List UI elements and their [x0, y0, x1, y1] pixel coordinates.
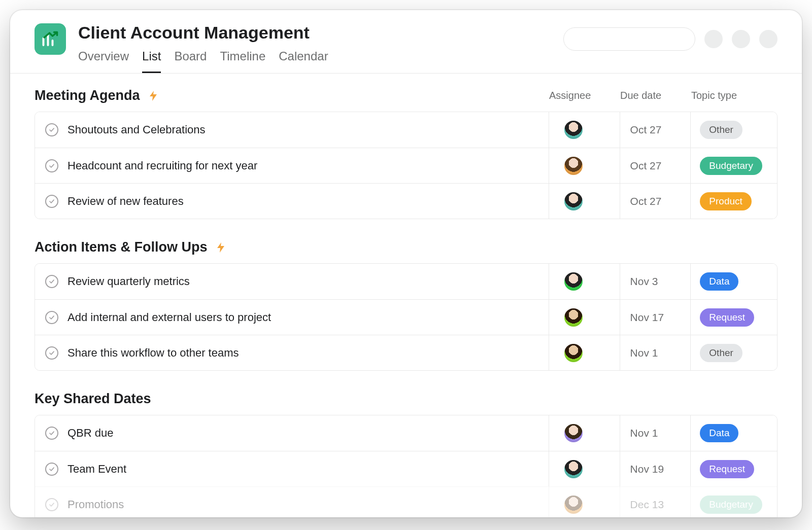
col-header-assignee[interactable]: Assignee — [549, 90, 620, 101]
task-row[interactable]: Review quarterly metricsNov 3Data — [35, 264, 777, 299]
task-assignee-cell[interactable] — [549, 112, 620, 148]
section-title[interactable]: Action Items & Follow Ups — [35, 239, 208, 255]
topic-tag[interactable]: Other — [700, 121, 742, 139]
task-assignee-cell[interactable] — [549, 451, 620, 486]
col-header-due[interactable]: Due date — [620, 90, 691, 101]
task-row[interactable]: Share this workflow to other teamsNov 1O… — [35, 335, 777, 370]
task-due: Nov 17 — [630, 311, 664, 324]
section-header: Meeting AgendaAssigneeDue dateTopic type — [35, 88, 777, 103]
task-name-cell[interactable]: Promotions — [35, 487, 549, 517]
complete-checkbox[interactable] — [45, 346, 58, 360]
task-row[interactable]: Review of new featuresOct 27Product — [35, 183, 777, 219]
avatar[interactable] — [564, 344, 583, 362]
task-topic-cell[interactable]: Data — [691, 264, 777, 299]
complete-checkbox[interactable] — [45, 427, 58, 440]
complete-checkbox[interactable] — [45, 275, 58, 288]
avatar[interactable] — [564, 157, 583, 175]
section-header: Key Shared Dates — [35, 391, 777, 407]
task-due-cell[interactable]: Oct 27 — [620, 184, 691, 219]
col-header-topic[interactable]: Topic type — [691, 90, 777, 101]
task-name: Promotions — [67, 498, 124, 511]
task-topic-cell[interactable]: Other — [691, 112, 777, 148]
task-name-cell[interactable]: Team Event — [35, 451, 549, 486]
avatar[interactable] — [564, 272, 583, 291]
tab-calendar[interactable]: Calendar — [279, 49, 328, 73]
topic-tag[interactable]: Data — [700, 272, 738, 291]
task-topic-cell[interactable]: Other — [691, 335, 777, 370]
avatar[interactable] — [564, 192, 583, 210]
complete-checkbox[interactable] — [45, 311, 58, 324]
avatar[interactable] — [564, 308, 583, 327]
task-name: Review quarterly metrics — [67, 275, 190, 288]
task-name-cell[interactable]: Review quarterly metrics — [35, 264, 549, 299]
task-assignee-cell[interactable] — [549, 148, 620, 183]
task-name-cell[interactable]: QBR due — [35, 415, 549, 451]
task-due-cell[interactable]: Dec 13 — [620, 487, 691, 517]
complete-checkbox[interactable] — [45, 463, 58, 476]
header-action-1[interactable] — [704, 30, 723, 48]
task-name-cell[interactable]: Share this workflow to other teams — [35, 335, 549, 370]
task-assignee-cell[interactable] — [549, 487, 620, 517]
task-row[interactable]: Shoutouts and CelebrationsOct 27Other — [35, 112, 777, 148]
tab-overview[interactable]: Overview — [78, 49, 129, 73]
header-action-3[interactable] — [759, 30, 777, 48]
task-due-cell[interactable]: Oct 27 — [620, 112, 691, 148]
task-name-cell[interactable]: Review of new features — [35, 184, 549, 219]
task-row[interactable]: Team EventNov 19Request — [35, 451, 777, 486]
task-topic-cell[interactable]: Request — [691, 300, 777, 335]
tab-board[interactable]: Board — [174, 49, 207, 73]
complete-checkbox[interactable] — [45, 498, 58, 511]
tab-list[interactable]: List — [142, 49, 161, 73]
task-due-cell[interactable]: Oct 27 — [620, 148, 691, 183]
task-due-cell[interactable]: Nov 19 — [620, 451, 691, 486]
avatar[interactable] — [564, 496, 583, 514]
topic-tag[interactable]: Request — [700, 308, 754, 327]
task-table: Shoutouts and CelebrationsOct 27OtherHea… — [35, 112, 777, 219]
topic-tag[interactable]: Data — [700, 424, 738, 442]
view-tabs: OverviewListBoardTimelineCalendar — [78, 49, 551, 73]
avatar[interactable] — [564, 460, 583, 478]
topic-tag[interactable]: Budgetary — [700, 157, 762, 175]
task-due-cell[interactable]: Nov 17 — [620, 300, 691, 335]
task-topic-cell[interactable]: Budgetary — [691, 148, 777, 183]
task-name: Review of new features — [67, 195, 184, 208]
section-title[interactable]: Meeting Agenda — [35, 88, 140, 103]
topic-tag[interactable]: Product — [700, 192, 751, 210]
task-row[interactable]: QBR dueNov 1Data — [35, 415, 777, 451]
topic-tag[interactable]: Request — [700, 460, 754, 478]
topic-tag[interactable]: Budgetary — [700, 496, 762, 514]
task-name: QBR due — [67, 427, 114, 440]
task-topic-cell[interactable]: Request — [691, 451, 777, 486]
complete-checkbox[interactable] — [45, 195, 58, 208]
topic-tag[interactable]: Other — [700, 344, 742, 362]
task-table: Review quarterly metricsNov 3DataAdd int… — [35, 263, 777, 371]
task-topic-cell[interactable]: Data — [691, 415, 777, 451]
task-assignee-cell[interactable] — [549, 415, 620, 451]
task-assignee-cell[interactable] — [549, 300, 620, 335]
header-action-2[interactable] — [732, 30, 750, 48]
task-row[interactable]: Add internal and external users to proje… — [35, 299, 777, 335]
avatar[interactable] — [564, 424, 583, 442]
list-content: Meeting AgendaAssigneeDue dateTopic type… — [10, 74, 802, 517]
project-icon — [35, 23, 66, 55]
task-assignee-cell[interactable] — [549, 335, 620, 370]
task-due-cell[interactable]: Nov 1 — [620, 335, 691, 370]
page-title: Client Account Management — [78, 23, 551, 42]
task-name-cell[interactable]: Shoutouts and Celebrations — [35, 112, 549, 148]
task-assignee-cell[interactable] — [549, 264, 620, 299]
task-name-cell[interactable]: Headcount and recruiting for next year — [35, 148, 549, 183]
task-topic-cell[interactable]: Product — [691, 184, 777, 219]
complete-checkbox[interactable] — [45, 159, 58, 172]
task-topic-cell[interactable]: Budgetary — [691, 487, 777, 517]
task-row[interactable]: PromotionsDec 13Budgetary — [35, 486, 777, 517]
tab-timeline[interactable]: Timeline — [220, 49, 265, 73]
section-title[interactable]: Key Shared Dates — [35, 391, 151, 407]
task-assignee-cell[interactable] — [549, 184, 620, 219]
task-due-cell[interactable]: Nov 1 — [620, 415, 691, 451]
complete-checkbox[interactable] — [45, 123, 58, 136]
task-name-cell[interactable]: Add internal and external users to proje… — [35, 300, 549, 335]
avatar[interactable] — [564, 121, 583, 139]
task-due-cell[interactable]: Nov 3 — [620, 264, 691, 299]
task-row[interactable]: Headcount and recruiting for next yearOc… — [35, 148, 777, 183]
search-input[interactable] — [563, 27, 695, 51]
